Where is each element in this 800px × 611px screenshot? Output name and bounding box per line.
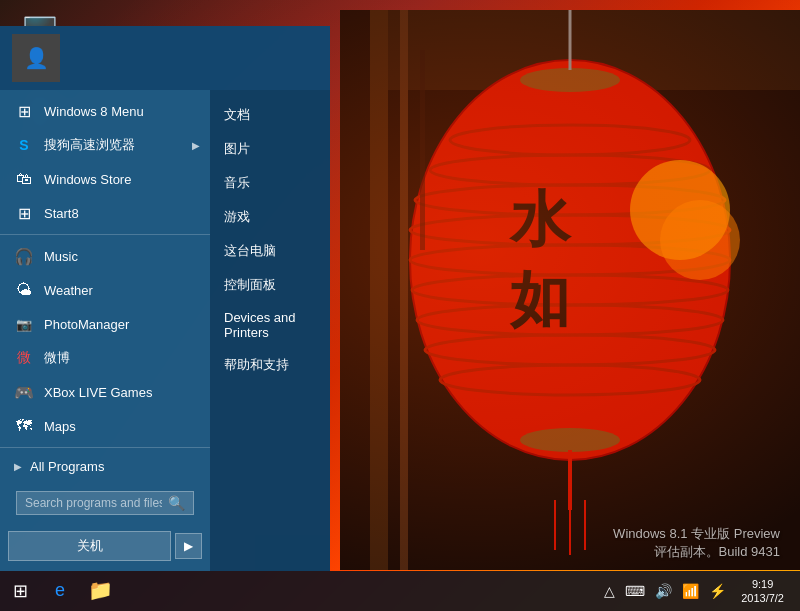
menu-item-xbox[interactable]: 🎮 XBox LIVE Games <box>0 375 210 409</box>
desktop: 水 如 🖥️ 这台电脑 🗑️ 回收站 S 👤 <box>0 0 800 611</box>
right-item-pictures[interactable]: 图片 <box>210 132 330 166</box>
games-label: 游戏 <box>224 209 250 224</box>
sogou-browser-arrow: ▶ <box>192 140 200 151</box>
menu-item-weibo[interactable]: 微 微博 <box>0 341 210 375</box>
maps-label: Maps <box>44 419 76 434</box>
weather-icon: 🌤 <box>14 280 34 300</box>
right-item-help[interactable]: 帮助和支持 <box>210 348 330 382</box>
photo-manager-icon: 📷 <box>14 314 34 334</box>
weibo-icon: 微 <box>14 348 34 368</box>
right-item-this-pc[interactable]: 这台电脑 <box>210 234 330 268</box>
tray-keyboard-icon: ⌨ <box>622 583 648 599</box>
tray-power-icon[interactable]: ⚡ <box>706 583 729 599</box>
sogou-browser-icon: S <box>14 135 34 155</box>
documents-label: 文档 <box>224 107 250 122</box>
start-menu: 👤 ⊞ Windows 8 Menu S 搜狗高速浏览器 ▶ 🛍 Windows… <box>0 26 330 571</box>
start-icon: ⊞ <box>13 580 28 602</box>
menu-item-windows8[interactable]: ⊞ Windows 8 Menu <box>0 94 210 128</box>
ie-icon: e <box>55 580 65 601</box>
shutdown-arrow-icon: ▶ <box>184 539 193 553</box>
menu-item-maps[interactable]: 🗺 Maps <box>0 409 210 443</box>
menu-item-music[interactable]: 🎧 Music <box>0 239 210 273</box>
windows8-icon: ⊞ <box>14 101 34 121</box>
right-item-documents[interactable]: 文档 <box>210 98 330 132</box>
right-item-control-panel[interactable]: 控制面板 <box>210 268 330 302</box>
windows8-label: Windows 8 Menu <box>44 104 144 119</box>
search-input[interactable] <box>25 496 162 510</box>
taskbar-right: △ ⌨ 🔊 📶 ⚡ 9:19 2013/7/2 <box>601 571 800 611</box>
menu-item-weather[interactable]: 🌤 Weather <box>0 273 210 307</box>
shutdown-row: 关机 ▶ <box>0 525 210 567</box>
right-item-games[interactable]: 游戏 <box>210 200 330 234</box>
weather-label: Weather <box>44 283 93 298</box>
start8-icon: ⊞ <box>14 203 34 223</box>
taskbar: ⊞ e 📁 △ ⌨ 🔊 📶 ⚡ 9:19 2013/7/2 <box>0 571 800 611</box>
tray-network-icon[interactable]: 📶 <box>679 583 702 599</box>
right-item-music[interactable]: 音乐 <box>210 166 330 200</box>
user-avatar[interactable]: 👤 <box>12 34 60 82</box>
start-menu-header: 👤 <box>0 26 330 90</box>
windows-watermark: Windows 8.1 专业版 Preview 评估副本。Build 9431 <box>613 525 780 561</box>
watermark-line1: Windows 8.1 专业版 Preview <box>613 525 780 543</box>
sogou-browser-label: 搜狗高速浏览器 <box>44 136 135 154</box>
start8-label: Start8 <box>44 206 79 221</box>
user-avatar-icon: 👤 <box>24 46 49 70</box>
search-container: 🔍 <box>0 481 210 525</box>
shutdown-button[interactable]: 关机 <box>8 531 171 561</box>
control-panel-label: 控制面板 <box>224 277 276 292</box>
menu-item-start8[interactable]: ⊞ Start8 <box>0 196 210 230</box>
all-programs-arrow: ▶ <box>14 461 22 472</box>
help-label: 帮助和支持 <box>224 357 289 372</box>
all-programs-row[interactable]: ▶ All Programs <box>0 452 210 481</box>
menu-item-photo-manager[interactable]: 📷 PhotoManager <box>0 307 210 341</box>
weibo-label: 微博 <box>44 349 70 367</box>
devices-label: Devices and Printers <box>224 310 296 340</box>
clock[interactable]: 9:19 2013/7/2 <box>733 577 792 606</box>
start-menu-body: ⊞ Windows 8 Menu S 搜狗高速浏览器 ▶ 🛍 Windows S… <box>0 90 330 571</box>
photo-manager-label: PhotoManager <box>44 317 129 332</box>
xbox-label: XBox LIVE Games <box>44 385 152 400</box>
tray-expand-icon[interactable]: △ <box>601 583 618 599</box>
windows-store-icon: 🛍 <box>14 169 34 189</box>
clock-time: 9:19 <box>752 577 773 591</box>
right-item-devices[interactable]: Devices and Printers <box>210 302 330 348</box>
music-right-label: 音乐 <box>224 175 250 190</box>
menu-separator-2 <box>0 447 210 448</box>
shutdown-label: 关机 <box>77 537 103 555</box>
all-programs-label: All Programs <box>30 459 104 474</box>
pictures-label: 图片 <box>224 141 250 156</box>
start-button[interactable]: ⊞ <box>0 571 40 611</box>
maps-icon: 🗺 <box>14 416 34 436</box>
music-label: Music <box>44 249 78 264</box>
taskbar-ie[interactable]: e <box>40 571 80 611</box>
left-panel: ⊞ Windows 8 Menu S 搜狗高速浏览器 ▶ 🛍 Windows S… <box>0 90 210 571</box>
this-pc-right-label: 这台电脑 <box>224 243 276 258</box>
menu-item-sogou-browser[interactable]: S 搜狗高速浏览器 ▶ <box>0 128 210 162</box>
xbox-icon: 🎮 <box>14 382 34 402</box>
right-panel: 文档 图片 音乐 游戏 这台电脑 控制面板 Devices an <box>210 90 330 571</box>
search-bar: 🔍 <box>16 491 194 515</box>
clock-date: 2013/7/2 <box>741 591 784 605</box>
search-icon: 🔍 <box>168 495 185 511</box>
shutdown-arrow-button[interactable]: ▶ <box>175 533 202 559</box>
taskbar-explorer[interactable]: 📁 <box>80 571 120 611</box>
menu-separator-1 <box>0 234 210 235</box>
menu-item-windows-store[interactable]: 🛍 Windows Store <box>0 162 210 196</box>
explorer-icon: 📁 <box>88 578 113 602</box>
windows-store-label: Windows Store <box>44 172 131 187</box>
music-icon: 🎧 <box>14 246 34 266</box>
tray-volume-icon[interactable]: 🔊 <box>652 583 675 599</box>
watermark-line2: 评估副本。Build 9431 <box>613 543 780 561</box>
